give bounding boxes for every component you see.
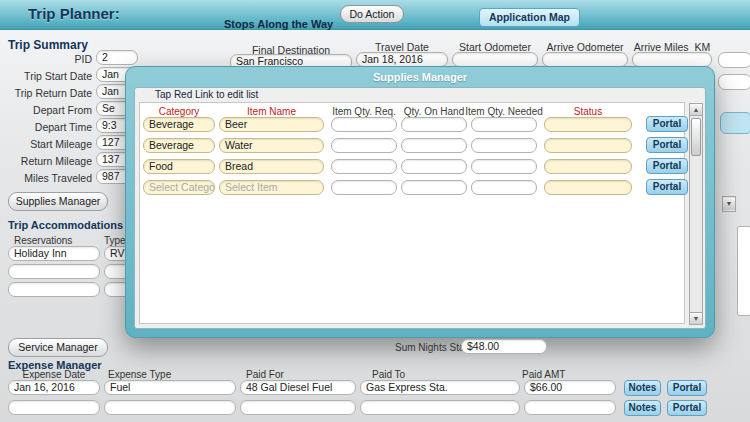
trip-start-date-label: Trip Start Date — [0, 70, 92, 82]
item-qty-needed-column-label: Item Qty. Needed — [461, 106, 547, 117]
portal-button[interactable]: Portal — [667, 400, 707, 416]
notes-button[interactable]: Notes — [624, 400, 661, 416]
scroll-up-icon[interactable]: ▲ — [690, 104, 702, 116]
partial-scroll-track[interactable] — [737, 226, 750, 316]
status-field[interactable] — [544, 180, 632, 195]
partial-scrollbar[interactable]: ▼ — [722, 196, 736, 212]
status-field[interactable] — [544, 117, 632, 132]
expense-date-column-label: Expense Date — [8, 369, 100, 380]
supplies-table: Category Item Name Item Qty. Req. Qty. O… — [139, 102, 685, 324]
portal-button[interactable]: Portal — [646, 137, 688, 153]
partial-field[interactable] — [718, 52, 750, 68]
category-field[interactable]: Beverage — [143, 117, 215, 132]
scroll-down-icon[interactable]: ▼ — [690, 312, 702, 324]
modal-scrollbar[interactable]: ▲ ▼ — [689, 103, 703, 325]
item-name-field[interactable]: Select Item — [219, 180, 324, 195]
notes-button[interactable]: Notes — [624, 380, 661, 396]
paid-for-field[interactable]: 48 Gal Diesel Fuel — [240, 380, 356, 395]
trip-accommodations-heading: Trip Accommodations — [8, 219, 123, 231]
travel-date-field[interactable]: Jan 18, 2016 — [356, 52, 448, 67]
paid-to-field[interactable]: Gas Express Sta. — [360, 380, 520, 395]
status-field[interactable] — [544, 159, 632, 174]
sum-nights-stay-field[interactable]: $48.00 — [461, 339, 547, 354]
app-title: Trip Planner: — [28, 5, 120, 22]
stops-section-title: Stops Along the Way — [224, 18, 333, 30]
item-name-column-link[interactable]: Item Name — [219, 106, 324, 117]
expense-type-field[interactable]: Fuel — [104, 380, 236, 395]
item-name-field[interactable]: Water — [219, 138, 324, 153]
return-mileage-label: Return Mileage — [0, 155, 92, 167]
paid-for-field[interactable] — [240, 400, 356, 415]
depart-from-label: Depart From — [0, 104, 92, 116]
category-field[interactable]: Food — [143, 159, 215, 174]
start-odometer-field[interactable] — [452, 52, 538, 67]
expense-type-field[interactable] — [104, 400, 236, 415]
portal-button[interactable]: Portal — [646, 179, 688, 195]
scrollbar-thumb[interactable] — [691, 118, 701, 156]
pid-label: PID — [0, 53, 92, 65]
depart-time-label: Depart Time — [0, 121, 92, 133]
modal-hint: Tap Red Link to edit list — [155, 89, 258, 100]
sum-nights-stay-label: Sum Nights Stay — [395, 342, 469, 353]
category-column-link[interactable]: Category — [143, 106, 215, 117]
item-qty-req-field[interactable] — [331, 117, 397, 132]
modal-title: Supplies Manager — [126, 71, 714, 83]
qty-on-hand-field[interactable] — [401, 117, 467, 132]
reservation-field[interactable] — [8, 282, 100, 297]
paid-for-column-label: Paid For — [246, 369, 284, 380]
item-qty-req-field[interactable] — [331, 138, 397, 153]
header-bar: Trip Planner: Stops Along the Way Do Act… — [0, 0, 750, 30]
reservation-field[interactable]: Holiday Inn — [8, 246, 100, 261]
category-field[interactable]: Select Category — [143, 180, 215, 195]
status-field[interactable] — [544, 138, 632, 153]
qty-on-hand-field[interactable] — [401, 138, 467, 153]
portal-button[interactable]: Portal — [646, 158, 688, 174]
trip-return-date-label: Trip Return Date — [0, 87, 92, 99]
pid-field[interactable]: 2 — [96, 50, 138, 65]
partial-field[interactable] — [718, 74, 750, 90]
supplies-manager-button[interactable]: Supplies Manager — [8, 192, 108, 211]
item-qty-req-field[interactable] — [331, 180, 397, 195]
portal-button[interactable]: Portal — [646, 116, 688, 132]
trip-planner-app: Trip Planner: Stops Along the Way Do Act… — [0, 0, 750, 422]
item-qty-needed-field[interactable] — [471, 138, 537, 153]
miles-traveled-label: Miles Traveled — [0, 172, 92, 184]
expense-date-field[interactable]: Jan 16, 2016 — [8, 380, 100, 395]
qty-on-hand-field[interactable] — [401, 180, 467, 195]
item-qty-needed-field[interactable] — [471, 180, 537, 195]
trip-summary-heading: Trip Summary — [8, 38, 88, 52]
partial-portal-button[interactable] — [720, 112, 750, 134]
item-qty-needed-field[interactable] — [471, 159, 537, 174]
category-field[interactable]: Beverage — [143, 138, 215, 153]
expense-date-field[interactable] — [8, 400, 100, 415]
type-column-label: Type — [104, 235, 126, 246]
qty-on-hand-field[interactable] — [401, 159, 467, 174]
paid-to-field[interactable] — [360, 400, 520, 415]
supplies-manager-modal: Supplies Manager Tap Red Link to edit li… — [125, 66, 715, 338]
paid-amt-column-label: Paid AMT — [522, 369, 565, 380]
scroll-down-icon[interactable]: ▼ — [723, 198, 735, 210]
application-map-button[interactable]: Application Map — [479, 8, 580, 27]
item-qty-needed-field[interactable] — [471, 117, 537, 132]
do-action-button[interactable]: Do Action — [340, 5, 404, 23]
modal-body: Tap Red Link to edit list Category Item … — [134, 87, 706, 329]
start-mileage-label: Start Mileage — [0, 138, 92, 150]
arrive-miles-field[interactable] — [632, 52, 712, 67]
paid-amt-field[interactable]: $66.00 — [524, 380, 616, 395]
reservation-field[interactable] — [8, 264, 100, 279]
status-column-link[interactable]: Status — [544, 106, 632, 117]
service-manager-button[interactable]: Service Manager — [8, 338, 108, 357]
portal-button[interactable]: Portal — [667, 380, 707, 396]
expense-type-column-label: Expense Type — [108, 369, 171, 380]
arrive-odometer-field[interactable] — [542, 52, 628, 67]
item-name-field[interactable]: Bread — [219, 159, 324, 174]
paid-to-column-label: Paid To — [372, 369, 405, 380]
item-name-field[interactable]: Beer — [219, 117, 324, 132]
paid-amt-field[interactable] — [524, 400, 616, 415]
item-qty-req-field[interactable] — [331, 159, 397, 174]
reservations-column-label: Reservations — [14, 235, 72, 246]
